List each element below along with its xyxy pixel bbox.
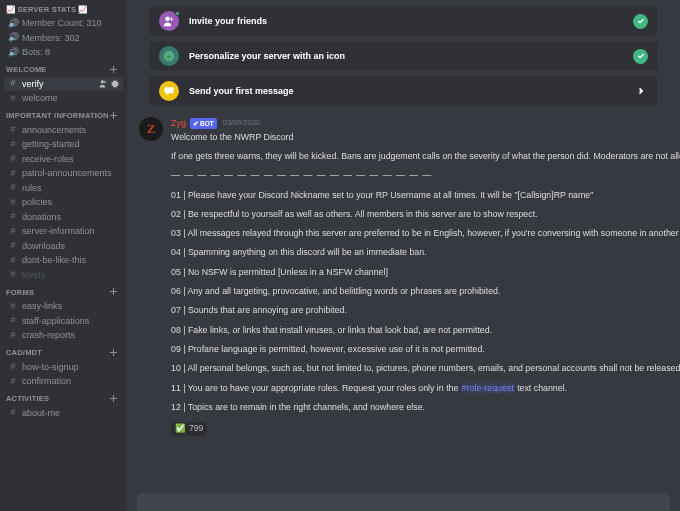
channel-sidebar: 📈 SERVER STATS 📈 🔊 Member Count: 310 🔊 M…: [0, 0, 127, 511]
channel-welcome[interactable]: # welcome: [0, 91, 127, 106]
onboard-label: Send your first message: [189, 86, 294, 96]
channel-donations[interactable]: #donations: [0, 210, 127, 225]
welcome-line: Welcome to the NWRP Discord: [171, 131, 680, 143]
plus-icon[interactable]: [109, 65, 119, 75]
rule-09: 09 | Profane language is permitted, howe…: [171, 343, 680, 355]
channel-bots[interactable]: 🔊 Bots: 8: [0, 45, 127, 60]
channel-patrol-announcements[interactable]: #patrol-announcements: [0, 166, 127, 181]
channel-members[interactable]: 🔊 Members: 302: [0, 31, 127, 46]
warn-line: If one gets three warns, they will be ki…: [171, 150, 680, 162]
category-important[interactable]: IMPORTANT INFORMATION: [0, 106, 127, 123]
onboard-label: Personalize your server with an icon: [189, 51, 345, 61]
category-cad-mdt[interactable]: CAD/MDT: [0, 343, 127, 360]
channel-mention[interactable]: #role-request: [461, 383, 515, 393]
category-label: WELCOME: [6, 65, 47, 74]
check-icon: [633, 49, 648, 64]
channel-dont-be-like-this[interactable]: #dont-be-like-this: [0, 253, 127, 268]
channel-downloads[interactable]: #downloads: [0, 239, 127, 254]
hash-icon: #: [8, 140, 18, 149]
channel-getting-started[interactable]: #getting-started: [0, 137, 127, 152]
rule-07: 07 | Sounds that are annoying are prohib…: [171, 304, 680, 316]
message-body: Zyg ✔ BOT 03/09/2020 Welcome to the NWRP…: [171, 117, 680, 436]
channel-crash-reports[interactable]: #crash-reports: [0, 328, 127, 343]
channel-levels[interactable]: #levels: [0, 268, 127, 283]
category-label: 📈 SERVER STATS 📈: [6, 5, 88, 14]
category-label: FORMS: [6, 288, 34, 297]
hash-icon: #: [8, 169, 18, 178]
channel-verify[interactable]: # verify: [4, 77, 123, 92]
channel-policies[interactable]: #policies: [0, 195, 127, 210]
speech-icon: [159, 81, 179, 101]
hash-icon: #: [8, 94, 18, 103]
rule-12: 12 | Topics are to remain in the right c…: [171, 401, 680, 413]
category-label: IMPORTANT INFORMATION: [6, 111, 109, 120]
rule-04: 04 | Spamming anything on this discord w…: [171, 246, 680, 258]
rule-10: 10 | All personal belongs, such as, but …: [171, 362, 680, 374]
channel-how-to-signup[interactable]: #how-to-signup: [0, 360, 127, 375]
hash-icon: #: [8, 331, 18, 340]
channel-announcements[interactable]: #announcements: [0, 123, 127, 138]
channel-confirmation[interactable]: #confirmation: [0, 374, 127, 389]
channel-easy-links[interactable]: #easy-links: [0, 299, 127, 314]
hash-icon: #: [8, 408, 18, 417]
bot-tag: ✔ BOT: [190, 118, 217, 129]
avatar[interactable]: Z: [139, 117, 163, 141]
onboard-label: Invite your friends: [189, 16, 267, 26]
rule-02: 02 | Be respectful to yourself as well a…: [171, 208, 680, 220]
category-label: ACTIVITIES: [6, 394, 49, 403]
hash-icon: #: [8, 212, 18, 221]
invite-icon: [159, 11, 179, 31]
category-activities[interactable]: ACTIVITIES: [0, 389, 127, 406]
hash-icon: #: [8, 241, 18, 250]
author-name[interactable]: Zyg: [171, 117, 186, 130]
divider: — — — — — — — — — — — — — — — — — — — —: [171, 169, 680, 181]
hash-icon: #: [8, 377, 18, 386]
voice-icon: 🔊: [8, 33, 18, 42]
hash-icon: #: [8, 362, 18, 371]
onboard-invite[interactable]: Invite your friends: [149, 6, 658, 36]
rule-01: 01 | Please have your Discord Nickname s…: [171, 189, 680, 201]
reaction[interactable]: ✅ 799: [171, 422, 207, 436]
hash-icon: #: [8, 154, 18, 163]
channel-server-information[interactable]: #server-information: [0, 224, 127, 239]
category-server-stats[interactable]: 📈 SERVER STATS 📈: [0, 0, 127, 16]
category-forms[interactable]: FORMS: [0, 282, 127, 299]
rule-03: 03 | All messages relayed through this s…: [171, 227, 680, 239]
invite-icon[interactable]: [99, 79, 108, 88]
voice-icon: 🔊: [8, 19, 18, 28]
reaction-count: 799: [189, 423, 203, 435]
plus-icon[interactable]: [109, 348, 119, 358]
channel-receive-roles[interactable]: #receive-roles: [0, 152, 127, 167]
hash-icon: #: [8, 256, 18, 265]
channel-staff-applications[interactable]: #staff-applications: [0, 314, 127, 329]
channel-rules[interactable]: #rules: [0, 181, 127, 196]
category-welcome[interactable]: WELCOME: [0, 60, 127, 77]
rule-08: 08 | Fake links, or links that install v…: [171, 324, 680, 336]
plus-icon[interactable]: [109, 287, 119, 297]
main-content: Invite your friends Personalize your ser…: [127, 0, 680, 511]
category-label: CAD/MDT: [6, 348, 42, 357]
gear-icon[interactable]: [110, 79, 119, 88]
onboard-first-message[interactable]: Send your first message: [149, 76, 658, 106]
hash-icon: #: [8, 302, 18, 311]
hash-icon: #: [8, 316, 18, 325]
message-header: Zyg ✔ BOT 03/09/2020: [171, 117, 680, 130]
onboarding-cards: Invite your friends Personalize your ser…: [127, 0, 680, 111]
message-input[interactable]: [137, 493, 670, 511]
onboard-personalize[interactable]: Personalize your server with an icon: [149, 41, 658, 71]
hash-icon: #: [8, 183, 18, 192]
voice-icon: 🔊: [8, 48, 18, 57]
message: Z Zyg ✔ BOT 03/09/2020 Welcome to the NW…: [127, 111, 680, 436]
rule-05: 05 | No NSFW is permitted [Unless in a N…: [171, 266, 680, 278]
timestamp: 03/09/2020: [223, 118, 261, 129]
hash-icon: #: [8, 198, 18, 207]
channel-member-count[interactable]: 🔊 Member Count: 310: [0, 16, 127, 31]
hash-icon: #: [8, 270, 18, 279]
server-icon: [159, 46, 179, 66]
channel-about-me[interactable]: #about-me: [0, 406, 127, 421]
rule-11: 11 | You are to have your appropriate ro…: [171, 382, 680, 394]
rule-06: 06 | Any and all targeting, provocative,…: [171, 285, 680, 297]
plus-icon[interactable]: [109, 394, 119, 404]
hash-icon: #: [8, 125, 18, 134]
plus-icon[interactable]: [109, 111, 119, 121]
